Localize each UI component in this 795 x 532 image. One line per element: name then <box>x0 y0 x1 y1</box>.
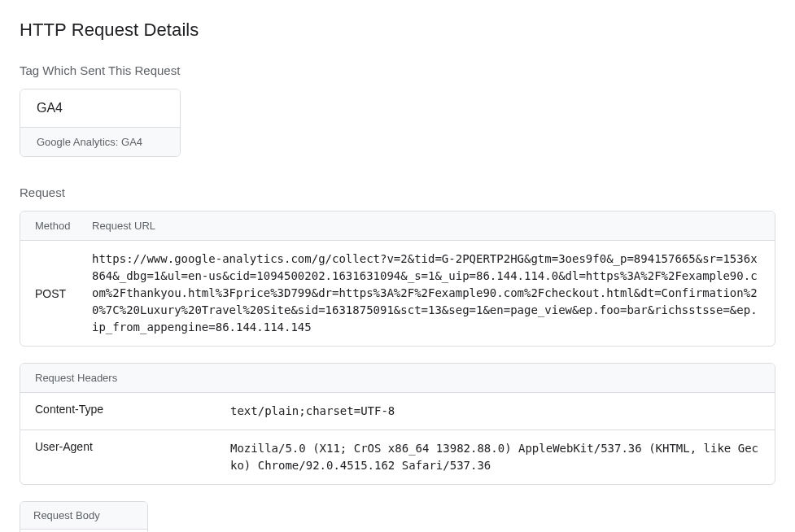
request-table-header: Method Request URL <box>20 211 775 241</box>
tag-type-label: Google Analytics: GA4 <box>20 127 180 156</box>
url-column-header: Request URL <box>92 220 760 232</box>
request-url: https://www.google-analytics.com/g/colle… <box>92 251 760 336</box>
header-key: Content-Type <box>35 403 230 420</box>
tag-card: GA4 Google Analytics: GA4 <box>20 89 181 157</box>
tag-card-top[interactable]: GA4 <box>20 89 180 127</box>
tag-name: GA4 <box>37 101 164 116</box>
header-key: User-Agent <box>35 440 230 474</box>
headers-table: Request Headers Content-Type text/plain;… <box>20 363 775 485</box>
tag-section-label: Tag Which Sent This Request <box>20 63 775 77</box>
method-column-header: Method <box>35 220 92 232</box>
request-method: POST <box>35 287 92 300</box>
headers-title: Request Headers <box>20 364 775 393</box>
header-row: User-Agent Mozilla/5.0 (X11; CrOS x86_64… <box>20 430 775 484</box>
request-table-row: POST https://www.google-analytics.com/g/… <box>20 241 775 346</box>
header-value: Mozilla/5.0 (X11; CrOS x86_64 13982.88.0… <box>230 440 760 474</box>
body-card: Request Body None <box>20 501 148 532</box>
body-title: Request Body <box>20 502 147 530</box>
request-section-label: Request <box>20 185 775 199</box>
request-table: Method Request URL POST https://www.goog… <box>20 211 775 347</box>
header-value: text/plain;charset=UTF-8 <box>230 403 760 420</box>
header-row: Content-Type text/plain;charset=UTF-8 <box>20 393 775 430</box>
page-title: HTTP Request Details <box>20 20 775 41</box>
